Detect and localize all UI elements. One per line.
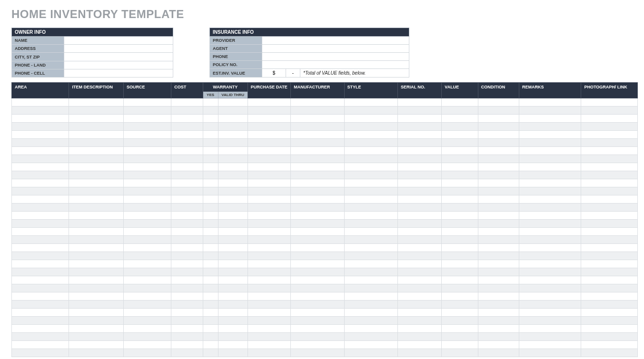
- table-cell[interactable]: [478, 163, 519, 171]
- owner-name-value[interactable]: [64, 37, 173, 45]
- table-cell[interactable]: [398, 131, 442, 139]
- table-cell[interactable]: [581, 155, 638, 163]
- table-cell[interactable]: [581, 228, 638, 236]
- table-cell[interactable]: [344, 123, 397, 131]
- table-cell[interactable]: [442, 139, 478, 147]
- table-cell[interactable]: [12, 195, 69, 204]
- table-cell[interactable]: [519, 123, 581, 131]
- table-cell[interactable]: [248, 187, 290, 195]
- table-cell[interactable]: [291, 325, 344, 333]
- table-cell[interactable]: [344, 204, 397, 212]
- table-cell[interactable]: [442, 212, 478, 220]
- table-cell[interactable]: [203, 244, 218, 252]
- table-cell[interactable]: [398, 115, 442, 123]
- table-cell[interactable]: [171, 155, 203, 163]
- table-cell[interactable]: [291, 284, 344, 292]
- table-cell[interactable]: [203, 301, 218, 309]
- table-cell[interactable]: [171, 131, 203, 139]
- table-cell[interactable]: [291, 163, 344, 171]
- table-cell[interactable]: [12, 341, 69, 349]
- table-cell[interactable]: [123, 147, 171, 155]
- table-cell[interactable]: [12, 228, 69, 236]
- table-cell[interactable]: [581, 317, 638, 325]
- table-cell[interactable]: [123, 163, 171, 171]
- table-cell[interactable]: [123, 301, 171, 309]
- table-cell[interactable]: [398, 147, 442, 155]
- table-cell[interactable]: [398, 325, 442, 333]
- table-cell[interactable]: [12, 220, 69, 228]
- table-cell[interactable]: [171, 115, 203, 123]
- table-cell[interactable]: [248, 115, 290, 123]
- table-cell[interactable]: [442, 115, 478, 123]
- table-cell[interactable]: [171, 179, 203, 187]
- table-cell[interactable]: [581, 333, 638, 341]
- table-cell[interactable]: [218, 244, 248, 252]
- table-cell[interactable]: [478, 123, 519, 131]
- table-cell[interactable]: [203, 268, 218, 276]
- table-cell[interactable]: [398, 228, 442, 236]
- table-cell[interactable]: [248, 341, 290, 349]
- table-cell[interactable]: [291, 292, 344, 301]
- table-cell[interactable]: [344, 325, 397, 333]
- table-cell[interactable]: [203, 341, 218, 349]
- table-cell[interactable]: [519, 349, 581, 357]
- table-cell[interactable]: [123, 341, 171, 349]
- table-cell[interactable]: [442, 292, 478, 301]
- table-cell[interactable]: [218, 187, 248, 195]
- table-cell[interactable]: [478, 325, 519, 333]
- table-cell[interactable]: [203, 204, 218, 212]
- table-cell[interactable]: [69, 107, 123, 115]
- table-cell[interactable]: [291, 276, 344, 284]
- table-cell[interactable]: [12, 155, 69, 163]
- table-cell[interactable]: [442, 309, 478, 317]
- table-cell[interactable]: [291, 195, 344, 204]
- table-cell[interactable]: [519, 268, 581, 276]
- table-cell[interactable]: [581, 123, 638, 131]
- table-cell[interactable]: [478, 309, 519, 317]
- table-cell[interactable]: [218, 171, 248, 179]
- table-cell[interactable]: [478, 333, 519, 341]
- table-cell[interactable]: [519, 333, 581, 341]
- table-cell[interactable]: [123, 268, 171, 276]
- table-cell[interactable]: [248, 220, 290, 228]
- table-cell[interactable]: [12, 179, 69, 187]
- table-cell[interactable]: [218, 341, 248, 349]
- table-cell[interactable]: [519, 187, 581, 195]
- table-cell[interactable]: [344, 301, 397, 309]
- table-cell[interactable]: [398, 349, 442, 357]
- table-cell[interactable]: [203, 228, 218, 236]
- table-cell[interactable]: [69, 292, 123, 301]
- table-cell[interactable]: [171, 260, 203, 268]
- table-cell[interactable]: [123, 139, 171, 147]
- table-cell[interactable]: [123, 195, 171, 204]
- table-cell[interactable]: [581, 252, 638, 260]
- table-cell[interactable]: [69, 204, 123, 212]
- table-cell[interactable]: [123, 325, 171, 333]
- table-cell[interactable]: [581, 139, 638, 147]
- table-cell[interactable]: [581, 341, 638, 349]
- table-cell[interactable]: [442, 131, 478, 139]
- table-cell[interactable]: [123, 276, 171, 284]
- table-cell[interactable]: [12, 252, 69, 260]
- table-cell[interactable]: [248, 284, 290, 292]
- table-cell[interactable]: [12, 260, 69, 268]
- table-cell[interactable]: [344, 131, 397, 139]
- table-cell[interactable]: [344, 98, 397, 107]
- table-cell[interactable]: [344, 333, 397, 341]
- table-cell[interactable]: [581, 115, 638, 123]
- table-cell[interactable]: [123, 204, 171, 212]
- table-cell[interactable]: [398, 301, 442, 309]
- table-cell[interactable]: [291, 131, 344, 139]
- table-cell[interactable]: [171, 171, 203, 179]
- table-cell[interactable]: [344, 236, 397, 244]
- table-cell[interactable]: [442, 268, 478, 276]
- table-cell[interactable]: [581, 147, 638, 155]
- table-cell[interactable]: [171, 163, 203, 171]
- table-cell[interactable]: [203, 195, 218, 204]
- table-cell[interactable]: [69, 236, 123, 244]
- table-cell[interactable]: [218, 195, 248, 204]
- table-cell[interactable]: [123, 333, 171, 341]
- table-cell[interactable]: [123, 349, 171, 357]
- table-cell[interactable]: [248, 228, 290, 236]
- ins-provider-value[interactable]: [262, 37, 409, 45]
